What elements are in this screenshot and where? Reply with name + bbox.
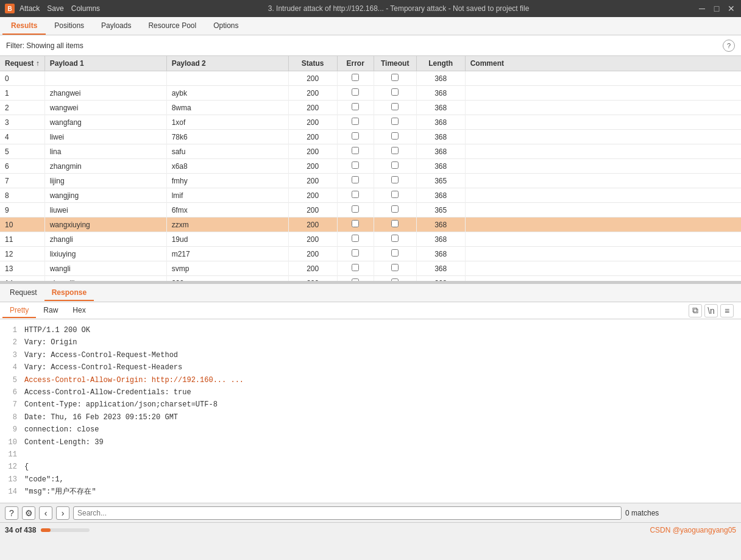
menu-save[interactable]: Save bbox=[47, 4, 63, 13]
col-header-request[interactable]: Request ↑ bbox=[0, 56, 44, 71]
error-checkbox[interactable] bbox=[352, 220, 359, 227]
tab-options[interactable]: Options bbox=[205, 18, 247, 35]
table-row[interactable]: 5 lina safu 200 368 bbox=[0, 144, 741, 159]
menu-attack[interactable]: Attack bbox=[20, 4, 40, 13]
cell-error bbox=[337, 159, 374, 174]
col-header-length[interactable]: Length bbox=[416, 56, 465, 71]
tab-results[interactable]: Results bbox=[2, 18, 46, 35]
cell-status: 200 bbox=[288, 174, 337, 188]
cell-payload1: liuwei bbox=[44, 203, 166, 218]
help-icon[interactable]: ? bbox=[5, 506, 18, 520]
cell-payload2: 220s bbox=[166, 276, 288, 282]
error-checkbox[interactable] bbox=[352, 147, 359, 154]
cell-payload1: wangfang bbox=[44, 115, 166, 130]
error-checkbox[interactable] bbox=[352, 205, 359, 213]
tab-payloads[interactable]: Payloads bbox=[93, 18, 140, 35]
tab-positions[interactable]: Positions bbox=[46, 18, 93, 35]
col-header-error[interactable]: Error bbox=[337, 56, 374, 71]
timeout-checkbox[interactable] bbox=[391, 132, 399, 140]
newline-icon[interactable]: \n bbox=[704, 304, 718, 317]
back-button[interactable]: ‹ bbox=[39, 506, 52, 520]
tab-resource-pool[interactable]: Resource Pool bbox=[140, 18, 205, 35]
error-checkbox[interactable] bbox=[352, 235, 359, 242]
table-row[interactable]: 11 zhangli 19ud 200 368 bbox=[0, 232, 741, 247]
table-row[interactable]: 14 zhangjiing 220s 200 368 bbox=[0, 276, 741, 282]
cell-payload1: wangwei bbox=[44, 101, 166, 115]
status-bar: ? ⚙ ‹ › 0 matches bbox=[0, 503, 741, 522]
table-row[interactable]: 7 lijing fmhy 200 365 bbox=[0, 174, 741, 188]
error-checkbox[interactable] bbox=[352, 191, 359, 198]
error-checkbox[interactable] bbox=[352, 118, 359, 125]
col-header-payload1[interactable]: Payload 1 bbox=[44, 56, 166, 71]
menu-columns[interactable]: Columns bbox=[71, 4, 100, 13]
help-button[interactable]: ? bbox=[723, 40, 735, 52]
maximize-button[interactable]: □ bbox=[712, 4, 722, 13]
cell-comment bbox=[465, 218, 741, 232]
sub-tab-request[interactable]: Request bbox=[2, 285, 44, 301]
title-bar: B Attack Save Columns 3. Intruder attack… bbox=[0, 0, 741, 17]
table-row[interactable]: 1 zhangwei aybk 200 368 bbox=[0, 86, 741, 101]
table-row[interactable]: 12 lixiuying m217 200 368 bbox=[0, 247, 741, 261]
error-checkbox[interactable] bbox=[352, 176, 359, 183]
line-content: Vary: Access-Control-Request-Method bbox=[24, 349, 178, 361]
col-header-timeout[interactable]: Timeout bbox=[374, 56, 416, 71]
timeout-checkbox[interactable] bbox=[391, 220, 399, 227]
error-checkbox[interactable] bbox=[352, 103, 359, 110]
timeout-checkbox[interactable] bbox=[391, 74, 399, 81]
cell-timeout bbox=[374, 115, 416, 130]
timeout-checkbox[interactable] bbox=[391, 264, 399, 271]
forward-button[interactable]: › bbox=[56, 506, 69, 520]
timeout-checkbox[interactable] bbox=[391, 103, 399, 110]
timeout-checkbox[interactable] bbox=[391, 88, 399, 96]
line-number: 12 bbox=[6, 461, 17, 473]
timeout-checkbox[interactable] bbox=[391, 249, 399, 257]
table-row[interactable]: 10 wangxiuying zzxm 200 368 bbox=[0, 218, 741, 232]
timeout-checkbox[interactable] bbox=[391, 118, 399, 125]
cell-comment bbox=[465, 276, 741, 282]
error-checkbox[interactable] bbox=[352, 249, 359, 257]
cell-comment bbox=[465, 247, 741, 261]
col-header-payload2[interactable]: Payload 2 bbox=[166, 56, 288, 71]
progress-bar-container bbox=[41, 528, 90, 532]
table-row[interactable]: 8 wangjing lmif 200 368 bbox=[0, 188, 741, 203]
line-content: Vary: Origin bbox=[24, 336, 77, 349]
view-tab-pretty[interactable]: Pretty bbox=[2, 303, 36, 318]
table-row[interactable]: 3 wangfang 1xof 200 368 bbox=[0, 115, 741, 130]
table-row[interactable]: 6 zhangmin x6a8 200 368 bbox=[0, 159, 741, 174]
cell-status: 200 bbox=[288, 203, 337, 218]
timeout-checkbox[interactable] bbox=[391, 205, 399, 213]
timeout-checkbox[interactable] bbox=[391, 176, 399, 183]
search-input[interactable] bbox=[73, 506, 622, 520]
timeout-checkbox[interactable] bbox=[391, 161, 399, 169]
cell-payload2: x6a8 bbox=[166, 159, 288, 174]
copy-icon[interactable]: ⧉ bbox=[689, 304, 702, 317]
line-content: "code":1, bbox=[24, 473, 64, 486]
col-header-status[interactable]: Status bbox=[288, 56, 337, 71]
table-row[interactable]: 13 wangli svmp 200 368 bbox=[0, 261, 741, 276]
error-checkbox[interactable] bbox=[352, 88, 359, 96]
table-row[interactable]: 0 200 368 bbox=[0, 71, 741, 86]
menu-icon[interactable]: ≡ bbox=[720, 304, 734, 317]
view-tab-raw[interactable]: Raw bbox=[36, 303, 65, 318]
error-checkbox[interactable] bbox=[352, 264, 359, 271]
timeout-checkbox[interactable] bbox=[391, 235, 399, 242]
timeout-checkbox[interactable] bbox=[391, 147, 399, 154]
view-tab-hex[interactable]: Hex bbox=[65, 303, 93, 318]
col-header-comment[interactable]: Comment bbox=[465, 56, 741, 71]
minimize-button[interactable]: ─ bbox=[697, 4, 707, 13]
table-row[interactable]: 2 wangwei 8wma 200 368 bbox=[0, 101, 741, 115]
close-button[interactable]: ✕ bbox=[726, 4, 736, 13]
response-code-area: 1 HTTP/1.1 200 OK 2 Vary: Origin 3 Vary:… bbox=[0, 319, 741, 503]
settings-icon[interactable]: ⚙ bbox=[22, 506, 35, 520]
error-checkbox[interactable] bbox=[352, 74, 359, 81]
cell-status: 200 bbox=[288, 144, 337, 159]
sub-tab-response[interactable]: Response bbox=[44, 285, 94, 301]
cell-error bbox=[337, 218, 374, 232]
table-row[interactable]: 9 liuwei 6fmx 200 365 bbox=[0, 203, 741, 218]
cell-timeout bbox=[374, 247, 416, 261]
timeout-checkbox[interactable] bbox=[391, 191, 399, 198]
cell-payload1: zhangwei bbox=[44, 86, 166, 101]
table-row[interactable]: 4 liwei 78k6 200 368 bbox=[0, 130, 741, 144]
error-checkbox[interactable] bbox=[352, 161, 359, 169]
error-checkbox[interactable] bbox=[352, 132, 359, 140]
